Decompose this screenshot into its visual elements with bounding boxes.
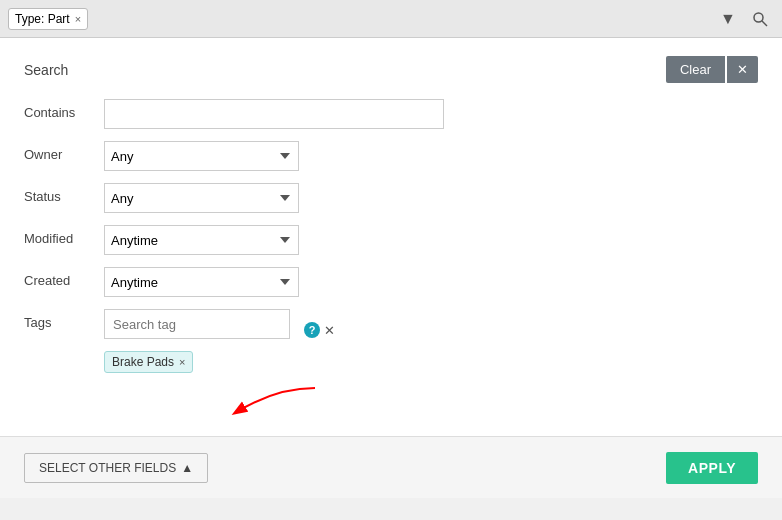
close-search-button[interactable]: ✕ bbox=[727, 56, 758, 83]
modified-select-wrap: Anytime bbox=[104, 225, 444, 255]
tags-label: Tags bbox=[24, 309, 104, 330]
search-title: Search bbox=[24, 62, 68, 78]
modified-select[interactable]: Anytime bbox=[104, 225, 299, 255]
select-other-fields-button[interactable]: SELECT OTHER FIELDS ▲ bbox=[24, 453, 208, 483]
main-content: Search Clear ✕ Contains Owner Any Status… bbox=[0, 38, 782, 498]
owner-select[interactable]: Any bbox=[104, 141, 299, 171]
tags-search-input[interactable] bbox=[104, 309, 290, 339]
filter-tag-close-icon[interactable]: × bbox=[75, 13, 81, 25]
top-bar-right: ▼ bbox=[714, 5, 774, 33]
status-row: Status Any bbox=[24, 183, 758, 213]
tag-chip-close-icon[interactable]: × bbox=[179, 356, 185, 368]
modified-row: Modified Anytime bbox=[24, 225, 758, 255]
tags-clear-icon[interactable]: ✕ bbox=[324, 323, 335, 338]
created-select-wrap: Anytime bbox=[104, 267, 444, 297]
owner-label: Owner bbox=[24, 141, 104, 162]
status-select-wrap: Any bbox=[104, 183, 444, 213]
svg-line-1 bbox=[762, 21, 767, 26]
tags-help-icons: ? ✕ bbox=[304, 316, 335, 338]
top-bar: Type: Part × ▼ bbox=[0, 0, 782, 38]
created-row: Created Anytime bbox=[24, 267, 758, 297]
filter-tag[interactable]: Type: Part × bbox=[8, 8, 88, 30]
tag-chip-brake-pads[interactable]: Brake Pads × bbox=[104, 351, 193, 373]
status-label: Status bbox=[24, 183, 104, 204]
clear-button[interactable]: Clear bbox=[666, 56, 725, 83]
red-arrow-annotation bbox=[215, 383, 335, 423]
owner-row: Owner Any bbox=[24, 141, 758, 171]
svg-point-0 bbox=[754, 13, 763, 22]
contains-input-wrap bbox=[104, 99, 444, 129]
tag-chip-label: Brake Pads bbox=[112, 355, 174, 369]
created-label: Created bbox=[24, 267, 104, 288]
owner-select-wrap: Any bbox=[104, 141, 444, 171]
contains-row: Contains bbox=[24, 99, 758, 129]
filter-tag-label: Type: Part bbox=[15, 12, 70, 26]
search-actions: Clear ✕ bbox=[666, 56, 758, 83]
contains-label: Contains bbox=[24, 99, 104, 120]
tags-chips-row: Brake Pads × bbox=[104, 351, 335, 373]
apply-button[interactable]: APPLY bbox=[666, 452, 758, 484]
search-header: Search Clear ✕ bbox=[24, 56, 758, 83]
tags-input-row: ? ✕ bbox=[104, 309, 335, 345]
status-select[interactable]: Any bbox=[104, 183, 299, 213]
created-select[interactable]: Anytime bbox=[104, 267, 299, 297]
dropdown-icon[interactable]: ▼ bbox=[714, 5, 742, 33]
search-icon[interactable] bbox=[746, 5, 774, 33]
bottom-bar: SELECT OTHER FIELDS ▲ APPLY bbox=[0, 436, 782, 498]
tags-field-wrap: ? ✕ Brake Pads × bbox=[104, 309, 335, 373]
tags-help-icon[interactable]: ? bbox=[304, 322, 320, 338]
tags-row: Tags ? ✕ Brake Pads × bbox=[24, 309, 758, 373]
modified-label: Modified bbox=[24, 225, 104, 246]
contains-input[interactable] bbox=[104, 99, 444, 129]
